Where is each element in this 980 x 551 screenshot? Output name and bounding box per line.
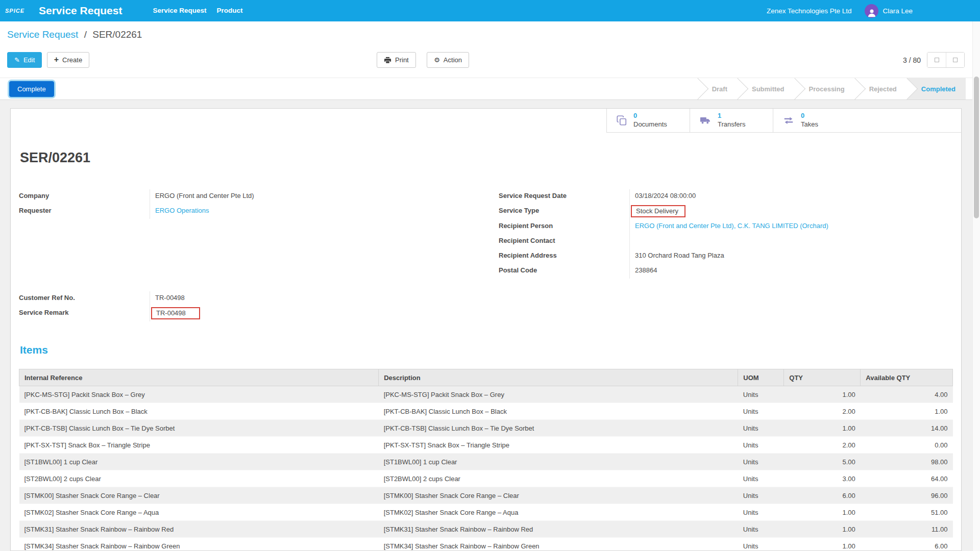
cell-qty: 1.00 bbox=[784, 386, 861, 403]
exchange-icon bbox=[782, 115, 795, 126]
field-value-company: ERGO (Front and Center Pte Ltd) bbox=[150, 189, 473, 204]
table-row[interactable]: [PKT-SX-TST] Snack Box – Triangle Stripe… bbox=[19, 437, 953, 454]
stat-text: 0Takes bbox=[801, 112, 818, 129]
cell-qty: 1.00 bbox=[784, 504, 861, 521]
cell-uom: Units bbox=[738, 454, 784, 470]
field-label-recipient-person: Recipient Person bbox=[499, 219, 629, 234]
cell-uom: Units bbox=[738, 420, 784, 437]
table-row[interactable]: [ST1BWL00] 1 cup Clear[ST1BWL00] 1 cup C… bbox=[19, 454, 953, 470]
navbar-right: Zenex Technologies Pte Ltd Clara Lee bbox=[767, 4, 980, 18]
table-row[interactable]: [PKT-CB-TSB] Classic Lunch Box – Tie Dye… bbox=[19, 420, 953, 437]
cell-available-qty: 98.00 bbox=[861, 454, 953, 470]
cell-ref: [STMK34] Stasher Snack Rainbow – Rainbow… bbox=[19, 538, 379, 551]
field-row-customer-ref-no: Customer Ref No.TR-00498 bbox=[19, 291, 473, 306]
highlight-annotation: TR-00498 bbox=[151, 307, 200, 319]
company-switcher[interactable]: Zenex Technologies Pte Ltd bbox=[767, 7, 851, 15]
pencil-icon: ✎ bbox=[14, 57, 20, 63]
nav-menu-item-product[interactable]: Product bbox=[212, 0, 248, 21]
field-row-service-type: Service TypeStock Delivery bbox=[499, 204, 953, 219]
stat-button-documents[interactable]: 0Documents bbox=[606, 109, 690, 132]
cell-available-qty: 64.00 bbox=[861, 470, 953, 487]
cell-ref: [STMK31] Stasher Snack Rainbow – Rainbow… bbox=[19, 521, 379, 538]
table-row[interactable]: [STMK31] Stasher Snack Rainbow – Rainbow… bbox=[19, 521, 953, 538]
stat-value: 0 bbox=[633, 112, 667, 120]
field-row-company: CompanyERGO (Front and Center Pte Ltd) bbox=[19, 189, 473, 204]
pager-next-button[interactable] bbox=[946, 53, 964, 67]
action-button[interactable]: ⚙ Action bbox=[427, 52, 469, 68]
gear-icon: ⚙ bbox=[434, 57, 440, 63]
field-row-service-request-date: Service Request Date03/18/2024 08:00:00 bbox=[499, 189, 953, 204]
cell-uom: Units bbox=[738, 470, 784, 487]
create-button[interactable]: + Create bbox=[47, 52, 89, 68]
field-label-requester: Requester bbox=[19, 204, 150, 219]
stat-text: 0Documents bbox=[633, 112, 667, 129]
stat-text: 1Transfers bbox=[718, 112, 745, 129]
field-value-requester[interactable]: ERGO Operations bbox=[150, 204, 473, 219]
cell-ref: [PKT-CB-TSB] Classic Lunch Box – Tie Dye… bbox=[19, 420, 379, 437]
table-row[interactable]: [STMK02] Stasher Snack Core Range – Aqua… bbox=[19, 504, 953, 521]
table-row[interactable]: [STMK34] Stasher Snack Rainbow – Rainbow… bbox=[19, 538, 953, 551]
field-value-service-type: Stock Delivery bbox=[629, 204, 953, 219]
cell-description: [ST2BWL00] 2 cups Clear bbox=[379, 470, 738, 487]
cell-qty: 1.00 bbox=[784, 521, 861, 538]
control-panel: ✎ Edit + Create Print ⚙ Action 3 / 80 bbox=[0, 46, 980, 78]
edit-button[interactable]: ✎ Edit bbox=[7, 52, 42, 68]
cell-description: [PKT-SX-TST] Snack Box – Triangle Stripe bbox=[379, 437, 738, 454]
table-row[interactable]: [ST2BWL00] 2 cups Clear[ST2BWL00] 2 cups… bbox=[19, 470, 953, 487]
field-label-recipient-contact: Recipient Contact bbox=[499, 234, 629, 249]
field-value-postal-code: 238864 bbox=[629, 264, 953, 279]
stat-button-transfers[interactable]: 1Transfers bbox=[690, 109, 773, 132]
cell-qty: 1.00 bbox=[784, 538, 861, 551]
top-navbar: SPICE Service Request Service RequestPro… bbox=[0, 0, 980, 21]
field-group-gap bbox=[19, 219, 473, 291]
field-row-requester: RequesterERGO Operations bbox=[19, 204, 473, 219]
brand-logo[interactable]: SPICE bbox=[5, 8, 24, 14]
items-table-header: Internal ReferenceDescriptionUOMQTYAvail… bbox=[19, 369, 953, 386]
person-icon bbox=[867, 8, 877, 18]
breadcrumb-separator: / bbox=[84, 29, 87, 40]
form-view-background: 0Documents1Transfers0Takes SER/02261 Com… bbox=[0, 100, 980, 551]
table-row[interactable]: [PKC-MS-STG] Packit Snack Box – Grey[PKC… bbox=[19, 386, 953, 403]
highlight-annotation: Stock Delivery bbox=[631, 205, 685, 217]
cell-qty: 2.00 bbox=[784, 403, 861, 420]
cell-description: [STMK34] Stasher Snack Rainbow – Rainbow… bbox=[379, 538, 738, 551]
print-button[interactable]: Print bbox=[377, 52, 416, 68]
field-value-recipient-person[interactable]: ERGO (Front and Center Pte Ltd), C.K. TA… bbox=[629, 219, 953, 234]
stat-button-box: 0Documents1Transfers0Takes bbox=[11, 109, 961, 133]
field-label-customer-ref-no: Customer Ref No. bbox=[19, 291, 150, 306]
stat-value: 0 bbox=[801, 112, 818, 120]
table-row[interactable]: [PKT-CB-BAK] Classic Lunch Box – Black[P… bbox=[19, 403, 953, 420]
stat-value: 1 bbox=[718, 112, 745, 120]
pager-previous-button[interactable] bbox=[927, 53, 946, 67]
cell-qty: 3.00 bbox=[784, 470, 861, 487]
status-steps: DraftSubmittedProcessingRejectedComplete… bbox=[698, 78, 966, 99]
user-avatar-icon[interactable] bbox=[865, 4, 878, 18]
table-row[interactable]: [STMK00] Stasher Snack Core Range – Clea… bbox=[19, 487, 953, 504]
nav-menu-item-service-request[interactable]: Service Request bbox=[148, 0, 211, 21]
cell-uom: Units bbox=[738, 538, 784, 551]
cell-qty: 2.00 bbox=[784, 437, 861, 454]
field-row-recipient-address: Recipient Address310 Orchard Road Tang P… bbox=[499, 249, 953, 264]
field-label-recipient-address: Recipient Address bbox=[499, 249, 629, 264]
cell-available-qty: 6.00 bbox=[861, 538, 953, 551]
printer-icon bbox=[384, 57, 391, 64]
cell-available-qty: 4.00 bbox=[861, 386, 953, 403]
scrollbar-thumb[interactable] bbox=[974, 77, 979, 218]
documents-icon bbox=[616, 115, 627, 126]
cell-ref: [ST2BWL00] 2 cups Clear bbox=[19, 470, 379, 487]
field-column-left: CompanyERGO (Front and Center Pte Ltd)Re… bbox=[19, 189, 473, 321]
chevron-right-icon bbox=[953, 58, 958, 62]
field-column-right: Service Request Date03/18/2024 08:00:00S… bbox=[499, 189, 953, 321]
breadcrumb-parent-link[interactable]: Service Request bbox=[7, 29, 78, 40]
cell-description: [PKT-CB-BAK] Classic Lunch Box – Black bbox=[379, 403, 738, 420]
cell-available-qty: 14.00 bbox=[861, 420, 953, 437]
complete-button[interactable]: Complete bbox=[9, 81, 54, 97]
cell-available-qty: 1.00 bbox=[861, 403, 953, 420]
cell-description: [ST1BWL00] 1 cup Clear bbox=[379, 454, 738, 470]
app-title: Service Request bbox=[39, 5, 122, 17]
scrollbar-track[interactable] bbox=[972, 21, 980, 551]
column-header-available-qty: Available QTY bbox=[861, 369, 953, 386]
cell-uom: Units bbox=[738, 521, 784, 538]
stat-button-takes[interactable]: 0Takes bbox=[773, 109, 856, 132]
user-menu[interactable]: Clara Lee bbox=[883, 7, 913, 15]
